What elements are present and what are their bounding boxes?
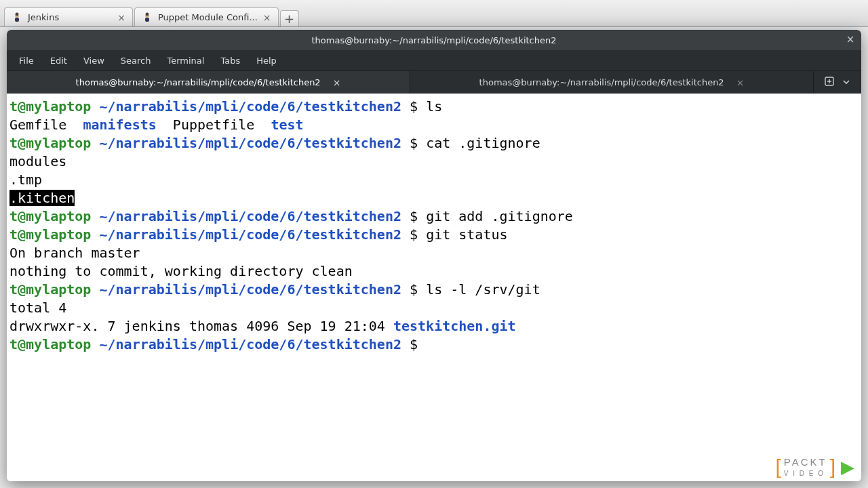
output-line: modules bbox=[9, 153, 66, 169]
terminal-tab-1[interactable]: thomas@burnaby:~/narrabilis/mpli/code/6/… bbox=[7, 71, 410, 94]
ls-item: Puppetfile bbox=[173, 117, 254, 133]
prompt-path: ~/narrabilis/mpli/code/6/testkitchen2 bbox=[99, 135, 401, 151]
terminal-tab-strip: thomas@burnaby:~/narrabilis/mpli/code/6/… bbox=[7, 70, 861, 94]
ls-dirname: testkitchen.git bbox=[393, 318, 516, 334]
svg-point-2 bbox=[16, 12, 19, 16]
prompt-path: ~/narrabilis/mpli/code/6/testkitchen2 bbox=[99, 208, 401, 224]
prompt-user: t@mylaptop bbox=[9, 98, 91, 115]
chevron-down-icon[interactable] bbox=[842, 76, 850, 89]
prompt-sep: $ bbox=[401, 226, 426, 243]
svg-rect-4 bbox=[145, 18, 149, 22]
output-line: nothing to commit, working directory cle… bbox=[9, 263, 353, 279]
browser-tab-jenkins[interactable]: Jenkins × bbox=[4, 7, 133, 26]
ls-item: test bbox=[271, 117, 303, 133]
browser-tab-puppet[interactable]: Puppet Module Confi... × bbox=[134, 7, 279, 26]
packt-watermark: [ PACKT V I D E O ] ▶ bbox=[775, 455, 854, 479]
svg-point-5 bbox=[146, 12, 149, 16]
prompt-path: ~/narrabilis/mpli/code/6/testkitchen2 bbox=[99, 281, 401, 298]
output-line: drwxrwxr-x. 7 jenkins thomas 4096 Sep 19… bbox=[9, 318, 393, 334]
svg-rect-1 bbox=[15, 18, 19, 22]
browser-tab-label: Puppet Module Confi... bbox=[158, 12, 258, 22]
terminal-content[interactable]: t@mylaptop ~/narrabilis/mpli/code/6/test… bbox=[7, 94, 861, 481]
terminal-window: thomas@burnaby:~/narrabilis/mpli/code/6/… bbox=[7, 30, 861, 481]
prompt-user: t@mylaptop bbox=[9, 336, 91, 352]
new-tab-button[interactable]: + bbox=[280, 10, 299, 26]
prompt-user: t@mylaptop bbox=[9, 135, 91, 151]
browser-tab-strip: Jenkins × Puppet Module Confi... × + bbox=[0, 0, 868, 27]
prompt-sep: $ bbox=[401, 135, 426, 151]
prompt-sep: $ bbox=[401, 98, 426, 115]
new-terminal-tab-icon[interactable] bbox=[825, 76, 834, 89]
output-line: On branch master bbox=[9, 245, 140, 261]
menubar: File Edit View Search Terminal Tabs Help bbox=[7, 50, 861, 70]
menu-search[interactable]: Search bbox=[114, 53, 158, 68]
bracket-icon: [ bbox=[775, 455, 781, 479]
ls-item: Gemfile bbox=[9, 117, 66, 133]
output-line: .kitchen bbox=[9, 190, 75, 206]
terminal-tab-2[interactable]: thomas@burnaby:~/narrabilis/mpli/code/6/… bbox=[410, 71, 814, 94]
close-icon[interactable]: × bbox=[263, 12, 271, 23]
command: cat .gitignore bbox=[426, 135, 540, 151]
terminal-tab-controls bbox=[814, 71, 861, 94]
prompt-path: ~/narrabilis/mpli/code/6/testkitchen2 bbox=[99, 336, 401, 352]
bracket-icon: ] bbox=[830, 455, 835, 479]
prompt-path: ~/narrabilis/mpli/code/6/testkitchen2 bbox=[99, 226, 401, 243]
prompt-sep: $ bbox=[401, 281, 426, 298]
play-icon: ▶ bbox=[841, 457, 854, 478]
menu-tabs[interactable]: Tabs bbox=[214, 53, 247, 68]
close-icon[interactable]: × bbox=[736, 77, 745, 88]
command: git status bbox=[426, 226, 507, 243]
prompt-user: t@mylaptop bbox=[9, 226, 91, 243]
menu-terminal[interactable]: Terminal bbox=[160, 53, 211, 68]
terminal-tab-label: thomas@burnaby:~/narrabilis/mpli/code/6/… bbox=[76, 77, 321, 87]
menu-help[interactable]: Help bbox=[250, 53, 283, 68]
close-icon[interactable]: × bbox=[333, 77, 341, 88]
prompt-path: ~/narrabilis/mpli/code/6/testkitchen2 bbox=[99, 98, 401, 115]
window-close-icon[interactable]: × bbox=[844, 33, 857, 46]
watermark-text: PACKT V I D E O bbox=[784, 457, 827, 477]
output-line: total 4 bbox=[9, 300, 66, 316]
window-titlebar: thomas@burnaby:~/narrabilis/mpli/code/6/… bbox=[7, 30, 861, 50]
prompt-sep: $ bbox=[401, 336, 426, 352]
prompt-user: t@mylaptop bbox=[9, 281, 91, 298]
menu-file[interactable]: File bbox=[12, 53, 41, 68]
browser-tab-label: Jenkins bbox=[28, 12, 59, 22]
command: ls -l /srv/git bbox=[426, 281, 540, 298]
menu-view[interactable]: View bbox=[77, 53, 111, 68]
output-line: .tmp bbox=[9, 171, 42, 188]
window-title: thomas@burnaby:~/narrabilis/mpli/code/6/… bbox=[311, 35, 556, 45]
close-icon[interactable]: × bbox=[117, 12, 125, 23]
jenkins-icon bbox=[142, 12, 153, 23]
ls-item: manifests bbox=[83, 117, 156, 133]
terminal-tab-label: thomas@burnaby:~/narrabilis/mpli/code/6/… bbox=[479, 77, 724, 87]
jenkins-icon bbox=[12, 12, 22, 23]
prompt-sep: $ bbox=[401, 208, 426, 224]
command: ls bbox=[426, 98, 442, 115]
command: git add .gitignore bbox=[426, 208, 573, 224]
menu-edit[interactable]: Edit bbox=[43, 53, 74, 68]
prompt-user: t@mylaptop bbox=[9, 208, 91, 224]
